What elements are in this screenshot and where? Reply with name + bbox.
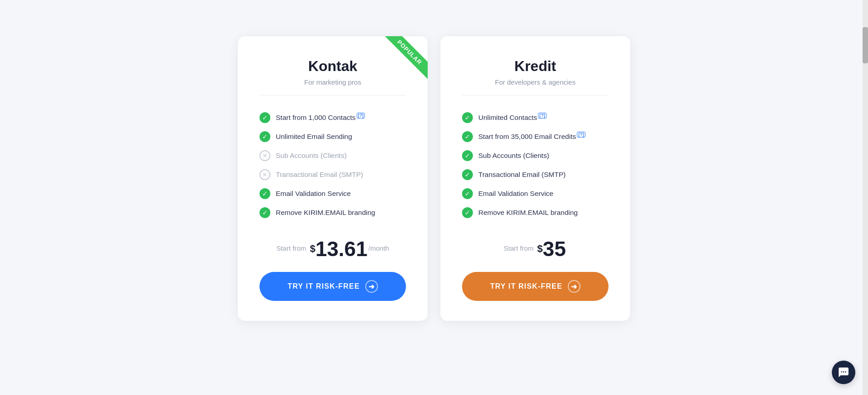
check-icon: ✓ <box>259 207 270 218</box>
check-icon: ✓ <box>462 188 473 199</box>
popular-label: POPULAR <box>383 36 428 79</box>
feature-item: ✓ Remove KIRIM.EMAIL branding <box>259 203 406 222</box>
scrollbar[interactable] <box>863 0 868 395</box>
feature-text: Email Validation Service <box>276 190 351 198</box>
check-icon: ✓ <box>259 188 270 199</box>
feature-item: ✓ Unlimited Email Sending <box>259 127 406 146</box>
price-period: /month <box>368 244 389 252</box>
price-amount: 13.61 <box>316 237 368 261</box>
divider <box>462 95 609 95</box>
arrow-icon: ➜ <box>365 280 378 293</box>
feature-item: ✕ Transactional Email (SMTP) <box>259 165 406 184</box>
badge: [?] <box>577 132 585 138</box>
feature-item: ✓ Start from 35,000 Email Credits[?] <box>462 127 609 146</box>
feature-text: Sub Accounts (Clients) <box>276 152 347 160</box>
check-icon: ✓ <box>462 169 473 180</box>
feature-text: Start from 35,000 Email Credits[?] <box>478 132 585 141</box>
feature-item: ✓ Email Validation Service <box>462 184 609 203</box>
price-currency: $ <box>537 243 542 254</box>
price-currency: $ <box>310 243 315 254</box>
arrow-icon: ➜ <box>568 280 580 293</box>
feature-text: Remove KIRIM.EMAIL branding <box>478 209 578 217</box>
features-list: ✓ Start from 1,000 Contacts[?] ✓ Unlimit… <box>259 108 406 222</box>
svg-point-2 <box>845 371 846 373</box>
chat-support-button[interactable] <box>832 361 855 384</box>
feature-text: Start from 1,000 Contacts[?] <box>276 113 365 122</box>
cross-icon: ✕ <box>259 150 270 161</box>
pricing-card-kontak: POPULAR Kontak For marketing pros ✓ Star… <box>238 36 428 321</box>
feature-text: Remove KIRIM.EMAIL branding <box>276 209 375 217</box>
svg-point-1 <box>843 371 844 373</box>
feature-item: ✓ Start from 1,000 Contacts[?] <box>259 108 406 127</box>
cta-button-kontak[interactable]: TRY IT RISK-FREE ➜ <box>259 272 406 301</box>
feature-item: ✕ Sub Accounts (Clients) <box>259 146 406 165</box>
feature-item: ✓ Sub Accounts (Clients) <box>462 146 609 165</box>
cta-label: TRY IT RISK-FREE <box>490 282 562 290</box>
check-icon: ✓ <box>462 207 473 218</box>
feature-text: Sub Accounts (Clients) <box>478 152 549 160</box>
feature-text: Transactional Email (SMTP) <box>276 171 363 179</box>
feature-item: ✓ Transactional Email (SMTP) <box>462 165 609 184</box>
cross-icon: ✕ <box>259 169 270 180</box>
check-icon: ✓ <box>462 150 473 161</box>
feature-text: Email Validation Service <box>478 190 553 198</box>
check-icon: ✓ <box>462 112 473 123</box>
features-list: ✓ Unlimited Contacts[?] ✓ Start from 35,… <box>462 108 609 222</box>
feature-text: Transactional Email (SMTP) <box>478 171 566 179</box>
popular-ribbon: POPULAR <box>373 36 428 90</box>
price-label: Start from <box>504 244 535 252</box>
badge: [?] <box>538 113 547 119</box>
check-icon: ✓ <box>259 112 270 123</box>
card-title: Kredit <box>462 58 609 75</box>
feature-text: Unlimited Contacts[?] <box>478 113 547 122</box>
scrollbar-thumb[interactable] <box>863 27 868 63</box>
badge: [?] <box>357 113 365 119</box>
pricing-row: Start from $35 <box>462 238 609 259</box>
pricing-section: POPULAR Kontak For marketing pros ✓ Star… <box>0 0 868 395</box>
svg-point-0 <box>841 371 842 373</box>
check-icon: ✓ <box>462 131 473 142</box>
pricing-row: Start from $13.61/month <box>259 238 406 259</box>
price-amount: 35 <box>543 237 566 261</box>
feature-item: ✓ Unlimited Contacts[?] <box>462 108 609 127</box>
feature-text: Unlimited Email Sending <box>276 133 352 141</box>
divider <box>259 95 406 95</box>
price-label: Start from <box>276 244 308 252</box>
feature-item: ✓ Remove KIRIM.EMAIL branding <box>462 203 609 222</box>
card-subtitle: For developers & agencies <box>462 78 609 86</box>
cta-label: TRY IT RISK-FREE <box>288 282 360 290</box>
cta-button-kredit[interactable]: TRY IT RISK-FREE ➜ <box>462 272 609 301</box>
pricing-card-kredit: Kredit For developers & agencies ✓ Unlim… <box>440 36 630 321</box>
feature-item: ✓ Email Validation Service <box>259 184 406 203</box>
check-icon: ✓ <box>259 131 270 142</box>
